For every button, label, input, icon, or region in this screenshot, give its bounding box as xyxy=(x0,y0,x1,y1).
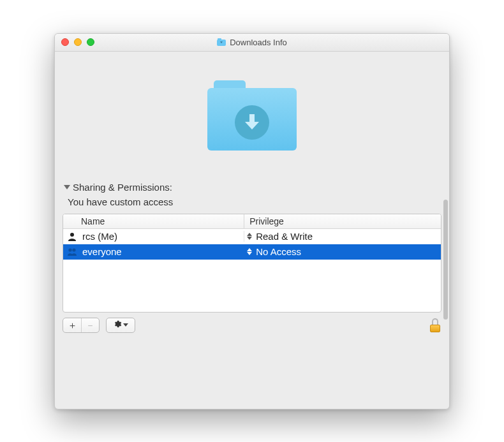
lock-button[interactable] xyxy=(429,318,441,332)
section-header[interactable]: Sharing & Permissions: xyxy=(64,182,440,193)
column-name[interactable]: Name xyxy=(63,214,244,228)
privilege-value: No Access xyxy=(256,246,301,257)
user-name: everyone xyxy=(82,246,122,257)
traffic-lights xyxy=(55,38,94,46)
user-name: rcs (Me) xyxy=(82,231,117,242)
section-title: Sharing & Permissions: xyxy=(73,182,172,193)
content: Sharing & Permissions: You have custom a… xyxy=(55,52,449,409)
table-row[interactable]: rcs (Me) Read & Write xyxy=(63,229,441,244)
zoom-button[interactable] xyxy=(87,38,94,46)
privilege-value: Read & Write xyxy=(256,231,313,242)
titlebar: Downloads Info xyxy=(55,34,449,52)
svg-point-1 xyxy=(68,248,71,251)
close-button[interactable] xyxy=(61,38,69,46)
disclosure-triangle-icon[interactable] xyxy=(64,185,70,189)
group-icon xyxy=(67,247,77,257)
downloads-folder-icon xyxy=(217,38,226,46)
svg-point-0 xyxy=(70,233,74,237)
minimize-button[interactable] xyxy=(74,38,82,46)
permissions-table: Name Privilege rcs (Me) Read & Write xyxy=(63,214,441,313)
add-remove-segment: ＋ － xyxy=(63,318,100,333)
svg-point-2 xyxy=(72,248,75,251)
chevron-down-icon xyxy=(123,323,128,327)
user-icon xyxy=(67,232,77,242)
table-row[interactable]: everyone No Access xyxy=(63,244,441,260)
lock-icon xyxy=(432,318,438,325)
downloads-folder-large-icon xyxy=(207,80,297,151)
remove-button: － xyxy=(81,318,99,332)
action-menu-button[interactable] xyxy=(106,318,135,333)
gear-icon xyxy=(113,320,122,330)
info-window: Downloads Info Sharing & Permissions: Yo… xyxy=(54,33,450,409)
window-title: Downloads Info xyxy=(230,38,287,47)
footer-toolbar: ＋ － xyxy=(55,313,449,339)
table-body: rcs (Me) Read & Write xyxy=(63,229,441,312)
plus-icon: ＋ xyxy=(68,320,77,330)
table-header: Name Privilege xyxy=(63,214,441,229)
column-privilege[interactable]: Privilege xyxy=(244,214,441,228)
access-summary: You have custom access xyxy=(68,196,440,207)
window-title-group: Downloads Info xyxy=(55,38,449,47)
scrollbar[interactable] xyxy=(443,200,448,320)
privilege-stepper-icon[interactable] xyxy=(246,247,253,256)
add-button[interactable]: ＋ xyxy=(63,318,81,332)
folder-preview-area xyxy=(55,52,449,179)
minus-icon: － xyxy=(85,320,95,330)
privilege-stepper-icon[interactable] xyxy=(246,232,253,241)
sharing-permissions-section: Sharing & Permissions: You have custom a… xyxy=(55,179,449,214)
